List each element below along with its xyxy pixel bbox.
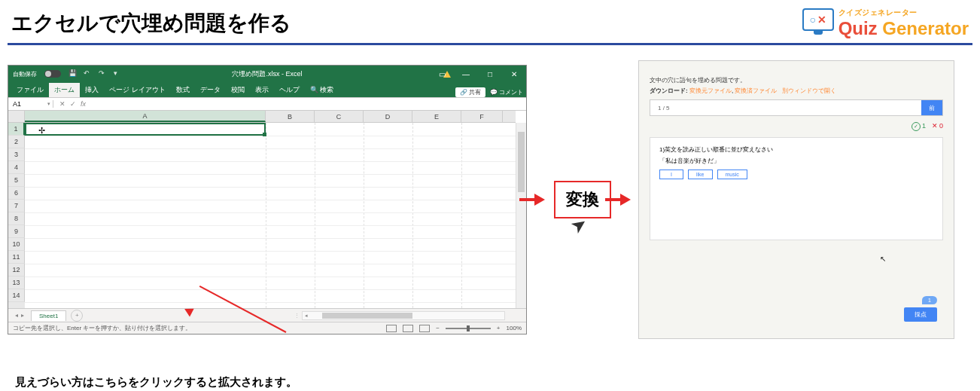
hint-bubble: 1	[922, 296, 937, 304]
share-button[interactable]: 🔗 共有	[455, 87, 485, 97]
row-header[interactable]: 3	[8, 148, 25, 161]
download-converted-link[interactable]: 変換済ファイル	[735, 87, 777, 94]
selected-cell[interactable]	[25, 123, 266, 136]
cursor-pointer-icon: ➤	[568, 213, 590, 237]
comments-button[interactable]: 💬 コメント	[490, 88, 523, 96]
close-icon[interactable]: ✕	[502, 66, 526, 82]
question-text: 1)英文を読み正しい順番に並び変えなさい	[659, 145, 933, 154]
formula-bar: A1▾ ✕ ✓ fx	[8, 97, 526, 111]
fill-handle[interactable]	[263, 133, 266, 136]
submit-button[interactable]: 採点	[904, 307, 937, 322]
col-header-e[interactable]: E	[412, 111, 461, 122]
row-header[interactable]: 7	[8, 200, 25, 212]
logo-en: Quiz Generator	[838, 18, 969, 39]
zoom-out-icon[interactable]: −	[436, 325, 440, 331]
select-all-corner[interactable]	[8, 111, 25, 122]
autosave-toggle[interactable]	[44, 70, 61, 78]
tab-home[interactable]: ホーム	[49, 83, 80, 97]
sheet-area[interactable]: A B C D E F 1 2 3 4 5 6 7 8 9 10 11 12 1…	[8, 111, 526, 308]
cells-grid[interactable]: ✢	[25, 123, 516, 308]
row-header[interactable]: 10	[8, 238, 25, 251]
score-line: 1 0	[650, 122, 943, 131]
col-header-c[interactable]: C	[315, 111, 364, 122]
autosave-label: 自動保存	[13, 70, 37, 78]
progress-text: 1 / 5	[650, 105, 921, 111]
quiz-description: 文中の穴に語句を埋める問題です。	[650, 76, 943, 84]
answer-token[interactable]: like	[688, 170, 713, 179]
excel-window[interactable]: 自動保存 💾 ↶ ↷ ▾ 穴埋め問題.xlsx - Excel ▭ — □ ✕ …	[8, 65, 527, 334]
ribbon-tabs: ファイル ホーム 挿入 ページ レイアウト 数式 データ 校閲 表示 ヘルプ 🔍…	[8, 82, 526, 97]
row-header[interactable]: 5	[8, 174, 25, 187]
arrow-right-icon	[620, 194, 631, 206]
undo-icon[interactable]: ↶	[84, 69, 94, 78]
row-header[interactable]: 13	[8, 276, 25, 289]
tab-review[interactable]: 校閲	[226, 83, 250, 97]
zoom-in-icon[interactable]: +	[497, 325, 501, 331]
fx-icon[interactable]: fx	[81, 100, 86, 108]
excel-filename: 穴埋め問題.xlsx - Excel	[232, 69, 302, 79]
row-header[interactable]: 14	[8, 289, 25, 302]
sheet-tab[interactable]: Sheet1	[31, 310, 66, 321]
tab-file[interactable]: ファイル	[11, 83, 49, 97]
quiz-progress-bar: 1 / 5 前	[650, 99, 943, 116]
maximize-icon[interactable]: □	[478, 66, 502, 82]
row-header[interactable]: 9	[8, 225, 25, 238]
pagebreak-view-icon[interactable]	[419, 325, 430, 332]
search-hint[interactable]: 🔍 検索	[305, 83, 339, 97]
tab-pagelayout[interactable]: ページ レイアウト	[104, 83, 171, 97]
progress-button[interactable]: 前	[921, 100, 942, 115]
row-header[interactable]: 12	[8, 264, 25, 276]
question-body: 1)英文を読み正しい順番に並び変えなさい 「私は音楽が好きだ」 I like m…	[650, 137, 943, 240]
tab-formulas[interactable]: 数式	[171, 83, 195, 97]
new-sheet-button[interactable]: +	[71, 310, 83, 322]
sheet-nav-prev-icon[interactable]: ◂	[15, 312, 18, 319]
row-header[interactable]: 4	[8, 161, 25, 174]
flow-indicator: 変換 ➤	[534, 181, 631, 218]
tab-split-handle[interactable]: ⋮	[294, 310, 299, 321]
download-source-link[interactable]: 変換元ファイル	[689, 87, 732, 94]
tab-insert[interactable]: 挿入	[80, 83, 104, 97]
quiz-download-line: ダウンロード: 変換元ファイル, 変換済ファイル 別ウィンドウで開く	[650, 87, 943, 95]
cancel-fx-icon[interactable]: ✕	[59, 100, 65, 108]
cell-cursor-icon: ✢	[38, 126, 45, 136]
status-text: コピー先を選択し、Enter キーを押すか、貼り付けを選択します。	[13, 324, 191, 332]
page-title: エクセルで穴埋め問題を作る	[11, 9, 291, 38]
tab-data[interactable]: データ	[195, 83, 226, 97]
horizontal-scrollbar[interactable]: ◂	[302, 311, 505, 320]
annotation-arrow-icon	[188, 331, 286, 333]
answer-token[interactable]: I	[659, 170, 683, 179]
row-header[interactable]: 11	[8, 251, 25, 264]
row-header[interactable]: 1	[8, 123, 25, 136]
row-header[interactable]: 8	[8, 212, 25, 225]
tab-help[interactable]: ヘルプ	[274, 83, 305, 97]
normal-view-icon[interactable]	[386, 325, 397, 332]
transform-label: 変換 ➤	[554, 181, 611, 218]
zoom-level[interactable]: 100%	[507, 325, 522, 331]
ribbon-options-icon[interactable]: ▭	[430, 66, 454, 82]
zoom-slider[interactable]	[446, 328, 491, 329]
row-header[interactable]: 6	[8, 187, 25, 200]
tab-view[interactable]: 表示	[250, 83, 274, 97]
sheet-nav-next-icon[interactable]: ▸	[21, 312, 24, 319]
answer-token[interactable]: music	[717, 170, 747, 179]
quiz-preview[interactable]: 文中の穴に語句を埋める問題です。 ダウンロード: 変換元ファイル, 変換済ファイ…	[638, 60, 954, 339]
enter-fx-icon[interactable]: ✓	[70, 100, 76, 108]
annotation-text: 見えづらい方はこちらをクリックすると拡大されます。	[15, 375, 297, 389]
minimize-icon[interactable]: —	[454, 66, 478, 82]
col-header-f[interactable]: F	[461, 111, 503, 122]
vertical-scrollbar[interactable]	[516, 123, 526, 308]
mouse-cursor-icon: ↖	[880, 255, 886, 263]
name-box[interactable]: A1▾	[8, 100, 53, 108]
header-divider	[8, 43, 972, 45]
col-header-b[interactable]: B	[266, 111, 315, 122]
logo: ○✕ クイズジェネレーター Quiz Generator	[802, 8, 969, 39]
qat-dropdown-icon[interactable]: ▾	[114, 69, 124, 78]
score-wrong: 0	[932, 122, 943, 131]
pagelayout-view-icon[interactable]	[403, 325, 413, 332]
row-header[interactable]: 2	[8, 136, 25, 148]
col-header-d[interactable]: D	[364, 111, 412, 122]
redo-icon[interactable]: ↷	[99, 69, 109, 78]
save-icon[interactable]: 💾	[68, 69, 79, 78]
col-header-a[interactable]: A	[25, 111, 266, 122]
open-window-link[interactable]: 別ウィンドウで開く	[782, 87, 836, 94]
